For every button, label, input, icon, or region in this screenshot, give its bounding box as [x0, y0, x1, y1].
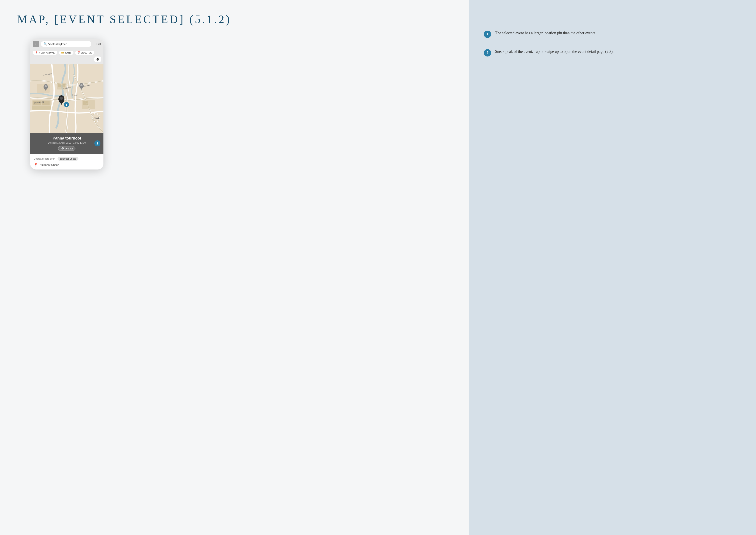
back-arrow-icon: ←	[34, 42, 38, 46]
list-label: List	[96, 42, 101, 46]
svg-text:6112: 6112	[94, 117, 99, 119]
annotation-badge-2: 2	[94, 140, 100, 146]
svg-text:1: 1	[66, 103, 67, 106]
date-filter[interactable]: 📅 28/03 - 28	[75, 51, 94, 55]
left-panel: MAP, [EVENT SELECTED] (5.1.2) ← 🔍 Voetba…	[0, 0, 469, 535]
organizer-row: Georganiseerd door: Zuidoost United	[34, 157, 100, 161]
phone-topbar: ← 🔍 Voetbal bijlmer ☰ List	[30, 39, 103, 49]
svg-rect-9	[83, 101, 88, 105]
search-icon: 🔍	[43, 42, 47, 46]
annotation-badge-1: 1	[484, 31, 491, 38]
organizer-tag[interactable]: Zuidoost United	[58, 157, 78, 161]
event-datetime: Dinsdag 19 April 2019 - 14:00 17:00	[34, 141, 100, 144]
svg-rect-4	[32, 106, 51, 110]
event-detail-bottom: Georganiseerd door: Zuidoost United 📍 Zu…	[30, 154, 103, 169]
price-filter[interactable]: 🎫 Gratis	[59, 51, 73, 55]
location-filter[interactable]: 📍 < 2km near you	[33, 51, 57, 55]
svg-point-20	[44, 85, 47, 87]
annotation-1: 1 The selected event has a larger locati…	[484, 30, 743, 38]
location-row: 📍 Zuidoost United	[34, 163, 100, 167]
location-filter-label: < 2km near you	[39, 51, 55, 54]
annotation-2: 2 Sneak peak of the event. Tap or swipe …	[484, 49, 743, 56]
map-area[interactable]: 6112 CENTRUM H-buurt Bijlmerdreef Gooisw…	[30, 64, 103, 133]
svg-text:H-buurt: H-buurt	[72, 94, 78, 96]
list-icon: ☰	[93, 42, 96, 46]
back-button[interactable]: ←	[33, 41, 39, 47]
settings-icon: ⚙	[96, 57, 99, 62]
location-pin-icon: 📍	[34, 163, 38, 167]
event-tag-label: Voetbal	[65, 147, 73, 150]
date-filter-label: 28/03 - 28	[81, 51, 92, 54]
event-card[interactable]: Panna tournooi Dinsdag 19 April 2019 - 1…	[30, 133, 103, 154]
annotation-1-text: The selected event has a larger location…	[495, 30, 596, 36]
filter-bar: 📍 < 2km near you 🎫 Gratis 📅 28/03 - 28 ⚙	[30, 49, 103, 64]
filter-settings-button[interactable]: ⚙	[94, 56, 101, 62]
search-query: Voetbal bijlmer	[48, 42, 67, 46]
location-name: Zuidoost United	[40, 163, 59, 166]
svg-rect-6	[58, 84, 62, 87]
phone-mockup: ← 🔍 Voetbal bijlmer ☰ List 📍 < 2km near …	[30, 39, 103, 169]
svg-point-23	[80, 84, 83, 86]
annotation-badge-2-right: 2	[484, 49, 491, 56]
event-title: Panna tournooi	[34, 136, 100, 141]
organizer-label: Georganiseerd door:	[34, 157, 55, 160]
price-filter-label: Gratis	[65, 51, 71, 54]
map-svg: 6112 CENTRUM H-buurt Bijlmerdreef Gooisw…	[30, 64, 103, 133]
svg-rect-10	[37, 84, 50, 93]
svg-point-26	[60, 97, 63, 100]
search-bar[interactable]: 🔍 Voetbal bijlmer	[41, 41, 92, 47]
annotation-2-text: Sneak peak of the event. Tap or swipe up…	[495, 49, 613, 55]
event-tag: ⚽ Voetbal	[58, 146, 76, 151]
sport-icon: ⚽	[61, 147, 64, 150]
svg-rect-7	[63, 84, 65, 87]
price-icon: 🎫	[61, 51, 64, 54]
calendar-icon: 📅	[77, 51, 80, 54]
location-icon: 📍	[35, 51, 38, 54]
list-button[interactable]: ☰ List	[93, 42, 101, 46]
page-title: MAP, [EVENT SELECTED] (5.1.2)	[17, 13, 231, 26]
right-panel: 1 The selected event has a larger locati…	[469, 0, 756, 535]
